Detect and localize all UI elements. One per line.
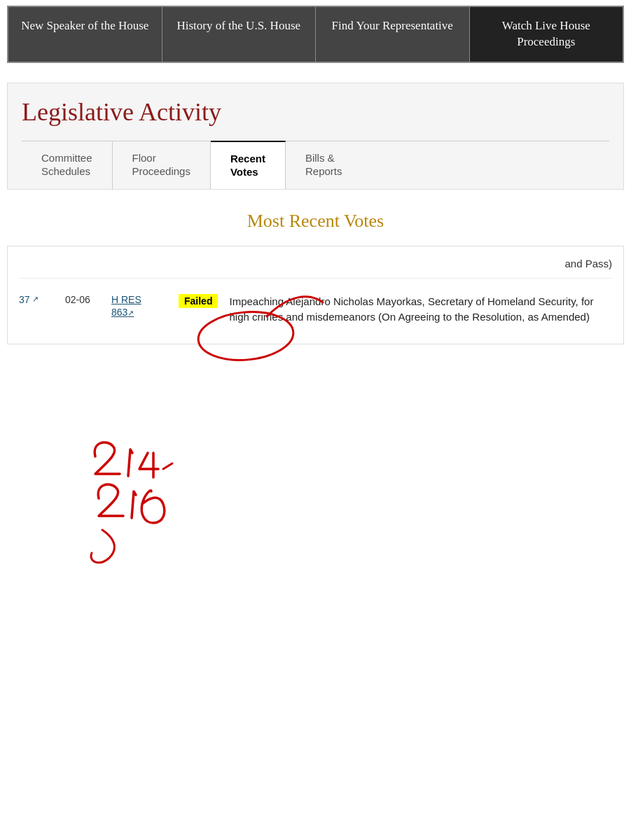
tab-recent-votes[interactable]: RecentVotes: [211, 141, 286, 189]
votes-section: Most Recent Votes and Pass) 37 ↗ 02-06 H…: [0, 211, 631, 344]
vote-number[interactable]: 37 ↗: [19, 294, 54, 305]
bill-ext-link-icon: ↗: [127, 309, 134, 317]
tab-bar: CommitteeSchedules FloorProceedings Rece…: [22, 141, 609, 189]
tab-bills-reports[interactable]: Bills &Reports: [286, 141, 362, 189]
handwritten-annotation: [29, 288, 421, 582]
top-snippet: and Pass): [19, 258, 612, 279]
top-nav: New Speaker of the House History of the …: [0, 6, 631, 63]
legislative-title: Legislative Activity: [22, 97, 609, 127]
vote-bill-link[interactable]: H RES 863↗: [111, 294, 167, 318]
votes-heading: Most Recent Votes: [0, 211, 631, 232]
vote-description: Impeaching Alejandro Nicholas Mayorkas, …: [229, 294, 612, 326]
nav-history[interactable]: History of the U.S. House: [162, 7, 317, 62]
nav-find-rep[interactable]: Find Your Representative: [316, 7, 470, 62]
nav-watch-live[interactable]: Watch Live House Proceedings: [470, 7, 623, 62]
nav-new-speaker[interactable]: New Speaker of the House: [8, 7, 162, 62]
external-link-icon: ↗: [32, 295, 39, 304]
tab-floor[interactable]: FloorProceedings: [113, 141, 211, 189]
vote-status-badge: Failed: [179, 294, 218, 308]
vote-date: 02-06: [65, 294, 100, 305]
tab-committee[interactable]: CommitteeSchedules: [22, 141, 113, 189]
votes-container: and Pass) 37 ↗ 02-06 H RES 863↗ Failed I…: [7, 246, 624, 344]
vote-row: 37 ↗ 02-06 H RES 863↗ Failed Impeaching …: [19, 287, 612, 332]
legislative-section: Legislative Activity CommitteeSchedules …: [0, 83, 631, 190]
